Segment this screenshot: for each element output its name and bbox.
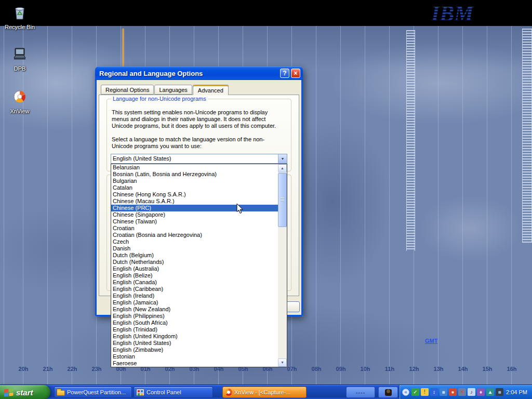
dropdown-item[interactable]: English (Jamaica)	[111, 299, 278, 306]
dropdown-item[interactable]: English (Caribbean)	[111, 286, 278, 292]
dropdown-scrollbar[interactable]: ▲ ▼	[278, 164, 287, 367]
timezone-label: 22h	[63, 366, 82, 372]
dropdown-item[interactable]: Chinese (Hong Kong S.A.R.)	[111, 191, 278, 198]
desktop-icon-label: Recycle Bin	[1, 24, 38, 30]
taskbar-item-icon	[57, 390, 65, 396]
start-button[interactable]: start	[0, 385, 50, 399]
desktop-icon-dpb[interactable]: DPB	[1, 46, 38, 72]
tray-icon[interactable]: ×	[458, 388, 466, 396]
dropdown-item[interactable]: English (South Africa)	[111, 320, 278, 326]
timezone-label: 21h	[38, 366, 57, 372]
tab-languages[interactable]: Languages	[154, 85, 192, 95]
timezone-label: 14h	[454, 366, 472, 372]
dropdown-item[interactable]: English (Ireland)	[111, 292, 278, 299]
scroll-down-icon[interactable]: ▼	[278, 358, 287, 367]
xnview-icon	[11, 88, 28, 105]
dropdown-item[interactable]: Chinese (Macau S.A.R.)	[111, 198, 278, 205]
tray-icon[interactable]: ■	[496, 388, 503, 396]
dropdown-item[interactable]: Chinese (PRC)	[111, 205, 278, 211]
dropdown-item[interactable]: English (United States)	[111, 340, 278, 347]
tray-icon[interactable]: ●	[449, 388, 457, 396]
taskbar-item-icon	[225, 389, 232, 396]
tray-icon[interactable]: ♪	[468, 388, 475, 396]
tray-icon[interactable]: ♦	[477, 388, 485, 396]
tray-icon[interactable]: ↕	[430, 388, 438, 396]
close-button[interactable]: ×	[291, 69, 300, 78]
ibm-logo: IBM	[430, 1, 487, 25]
dropdown-item[interactable]: Czech	[111, 238, 278, 245]
language-dropdown-list: ▲ ▼ Belarusian Bosnian (Latin, Bosnia an…	[111, 164, 287, 367]
dropdown-item[interactable]: Estonian	[111, 353, 278, 360]
taskbar-item[interactable]: PowerQuest Partition...	[54, 387, 132, 398]
taskbar-misc-segment[interactable]: ----	[346, 387, 375, 398]
dropdown-item[interactable]: Belarusian	[111, 164, 278, 171]
dropdown-item[interactable]: Croatian (Bosnia and Herzegovina)	[111, 232, 278, 238]
wallpaper-top-strip: IBM	[0, 0, 532, 26]
timezone-label: 09h	[331, 366, 350, 372]
mouse-cursor	[236, 203, 244, 214]
dropdown-item[interactable]: Danish	[111, 245, 278, 252]
language-combobox[interactable]: English (United States) ▼	[111, 154, 287, 164]
ibm-logo-text: IBM	[431, 2, 474, 25]
scroll-up-icon[interactable]: ▲	[278, 164, 287, 172]
combobox-dropdown-icon[interactable]: ▼	[278, 154, 287, 163]
hide-icons-chevron[interactable]: «	[402, 389, 409, 396]
dropdown-item[interactable]: English (Belize)	[111, 272, 278, 279]
dropdown-item[interactable]: English (Canada)	[111, 279, 278, 286]
taskbar-item-label: Control Panel	[147, 389, 181, 395]
system-tray: « ✓!↕■●×♪♦▲■ 2:04 PM	[399, 385, 532, 399]
help-button[interactable]: ?	[280, 69, 289, 78]
taskbar: start PowerQuest Partition... Control Pa…	[0, 384, 532, 399]
dropdown-item[interactable]: English (Australia)	[111, 265, 278, 272]
laptop-icon	[11, 46, 28, 62]
timezone-label: 13h	[429, 366, 448, 372]
taskbar-misc-icon-segment[interactable]	[378, 387, 398, 398]
dropdown-item[interactable]: Dutch (Netherlands)	[111, 259, 278, 265]
taskbar-clock[interactable]: 2:04 PM	[506, 389, 527, 395]
dropdown-item[interactable]: Dutch (Belgium)	[111, 252, 278, 259]
dropdown-item[interactable]: Croatian	[111, 225, 278, 232]
combobox-value: English (United States)	[111, 154, 278, 163]
description-text-2: Select a language to match the language …	[112, 136, 285, 150]
desktop-icon-label: XnView	[1, 108, 38, 114]
taskbar-item[interactable]: Control Panel	[134, 387, 213, 398]
tray-icon[interactable]: ■	[440, 388, 447, 396]
timezone-label: 23h	[87, 366, 106, 372]
dialog-title: Regional and Language Options	[99, 70, 203, 77]
dropdown-item[interactable]: English (Zimbabwe)	[111, 347, 278, 353]
taskbar-item[interactable]: XnView - [<Capture-...	[222, 387, 307, 398]
start-button-label: start	[16, 388, 33, 397]
desktop: IBM 20h21h22h23h00h01h02h03h04h05h06h07h…	[0, 0, 532, 399]
dropdown-item[interactable]: English (Philippines)	[111, 313, 278, 320]
description-text-1: This system setting enables non-Unicode …	[112, 109, 284, 129]
timezone-label: 12h	[405, 366, 423, 372]
dropdown-item[interactable]: Chinese (Taiwan)	[111, 218, 278, 225]
dropdown-item[interactable]: Faeroese	[111, 360, 278, 367]
dropdown-item[interactable]: Bosnian (Latin, Bosnia and Herzegovina)	[111, 171, 278, 178]
tab-advanced[interactable]: Advanced	[193, 85, 229, 95]
dropdown-item[interactable]: Bulgarian	[111, 178, 278, 184]
scrollbar-thumb[interactable]	[278, 173, 287, 227]
tray-icon[interactable]: ✓	[411, 388, 419, 396]
desktop-icon-label: DPB	[1, 65, 38, 72]
tray-icon[interactable]: ▲	[486, 388, 494, 396]
windows-flag-icon	[4, 388, 14, 397]
recycle-bin-icon	[11, 3, 28, 21]
tray-icons: ✓!↕■●×♪♦▲■	[411, 388, 503, 396]
dialog-tabs: Regional Options Languages Advanced	[101, 85, 229, 95]
dropdown-item[interactable]: Catalan	[111, 184, 278, 191]
dropdown-item[interactable]: Chinese (Singapore)	[111, 211, 278, 218]
dropdown-item[interactable]: English (New Zealand)	[111, 306, 278, 313]
gmt-label: GMT	[425, 338, 437, 344]
taskbar-misc-label: ----	[356, 389, 366, 395]
tab-regional-options[interactable]: Regional Options	[101, 85, 154, 95]
desktop-icon-xnview[interactable]: XnView	[1, 88, 38, 114]
timezone-label: 11h	[380, 366, 399, 372]
dropdown-item[interactable]: English (United Kingdom)	[111, 333, 278, 340]
titlebar-buttons: ? ×	[280, 69, 300, 78]
dialog-titlebar[interactable]: Regional and Language Options ? ×	[95, 66, 303, 80]
dropdown-item[interactable]: English (Trinidad)	[111, 326, 278, 333]
desktop-icon-recycle-bin[interactable]: Recycle Bin	[1, 3, 38, 30]
tray-icon[interactable]: !	[421, 388, 429, 396]
timezone-label: 10h	[356, 366, 375, 372]
